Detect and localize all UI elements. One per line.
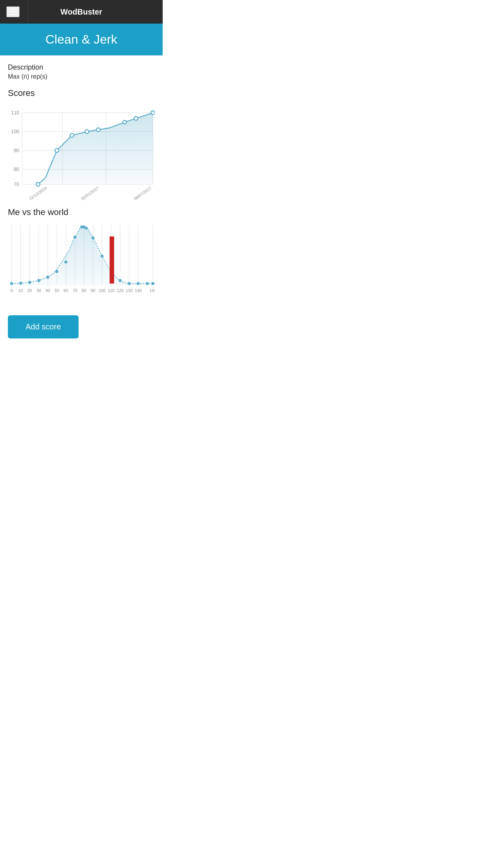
- svg-text:110: 110: [108, 289, 115, 293]
- top-bar: WodBuster: [0, 0, 163, 24]
- chart-dot: [55, 149, 59, 153]
- page-title: Clean & Jerk: [6, 32, 156, 47]
- page-banner: Clean & Jerk: [0, 24, 163, 55]
- svg-text:155: 155: [149, 289, 155, 293]
- svg-text:110: 110: [11, 110, 19, 116]
- svg-text:20: 20: [28, 289, 32, 293]
- mvw-chart-svg: 0 10 20 30 40 50 60 70 80 90 100 110 120…: [8, 221, 155, 304]
- hamburger-icon: [9, 11, 17, 12]
- hamburger-icon: [9, 14, 17, 15]
- bell-dot: [92, 237, 95, 240]
- chart-dot: [96, 128, 100, 132]
- svg-text:60: 60: [64, 289, 68, 293]
- chart-dot: [36, 182, 40, 186]
- svg-text:50: 50: [55, 289, 59, 293]
- bell-dot: [28, 281, 31, 284]
- add-score-button[interactable]: Add score: [8, 315, 79, 338]
- svg-text:40: 40: [46, 289, 50, 293]
- chart-fill-area: [38, 113, 153, 184]
- bell-dot: [55, 270, 59, 273]
- bell-dot: [85, 227, 88, 230]
- svg-text:70: 70: [73, 289, 77, 293]
- chart-dot: [123, 120, 127, 124]
- app-title: WodBuster: [61, 7, 102, 17]
- bell-dot: [46, 276, 50, 279]
- user-score-bar: [110, 237, 114, 284]
- description-label: Description: [8, 63, 155, 72]
- content-area: Description Max (n) rep(s) Scores 110 10…: [0, 55, 163, 304]
- svg-text:90: 90: [91, 289, 95, 293]
- svg-text:120: 120: [117, 289, 124, 293]
- chart-dot: [70, 134, 74, 138]
- bell-dot: [151, 282, 154, 285]
- bell-dot: [137, 282, 140, 285]
- mvw-chart: 0 10 20 30 40 50 60 70 80 90 100 110 120…: [8, 221, 155, 304]
- svg-text:130: 130: [126, 289, 133, 293]
- svg-text:80: 80: [14, 167, 19, 172]
- bell-dot: [19, 282, 22, 285]
- bell-dot: [37, 279, 40, 282]
- menu-button[interactable]: [6, 6, 20, 17]
- svg-text:10: 10: [18, 289, 23, 293]
- description-value: Max (n) rep(s): [8, 73, 155, 80]
- bell-dot: [101, 255, 104, 258]
- svg-text:02/01/2017: 02/01/2017: [80, 186, 100, 200]
- svg-text:100: 100: [11, 129, 19, 134]
- bell-dot: [73, 236, 77, 239]
- mvw-label: Me vs the world: [8, 207, 155, 217]
- bell-fill: [12, 226, 153, 286]
- scores-label: Scores: [8, 88, 155, 98]
- top-bar-divider: [28, 0, 28, 24]
- scores-chart: 110 100 90 80 70: [8, 102, 155, 200]
- scores-chart-svg: 110 100 90 80 70: [8, 102, 155, 200]
- svg-text:140: 140: [135, 289, 142, 293]
- bell-dot: [64, 261, 68, 264]
- svg-text:90: 90: [14, 148, 19, 153]
- bottom-area: Add score: [0, 307, 163, 349]
- bell-dot: [119, 279, 122, 282]
- bell-dot: [128, 282, 131, 285]
- svg-text:30: 30: [37, 289, 41, 293]
- svg-text:80: 80: [82, 289, 86, 293]
- bell-dot: [146, 282, 149, 285]
- chart-dot: [85, 130, 89, 134]
- svg-text:100: 100: [99, 289, 106, 293]
- hamburger-icon: [9, 9, 17, 9]
- svg-text:0: 0: [11, 289, 13, 293]
- chart-dot: [134, 116, 138, 120]
- svg-text:22/12/2014: 22/12/2014: [28, 186, 48, 200]
- chart-dot: [151, 111, 155, 115]
- bell-dot: [10, 282, 13, 285]
- svg-text:08/07/2017: 08/07/2017: [133, 186, 152, 200]
- svg-text:70: 70: [14, 182, 19, 187]
